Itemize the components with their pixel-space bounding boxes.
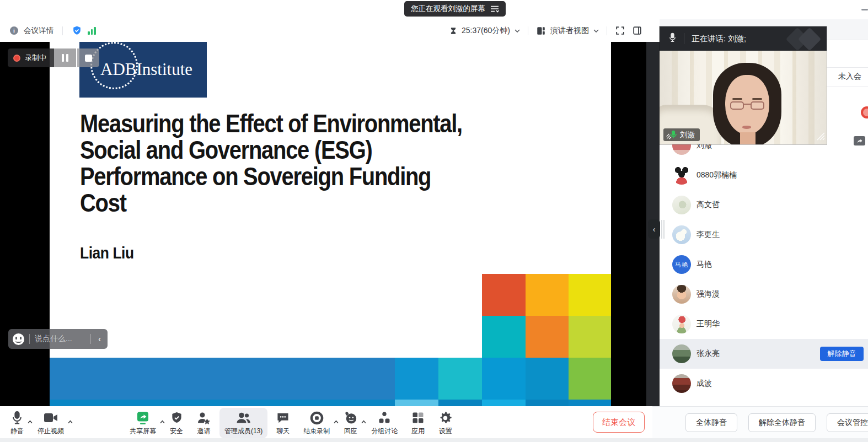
participant-row[interactable]: 马艳马艳	[660, 250, 868, 279]
collapse-chat-icon[interactable]: ‹	[96, 335, 103, 343]
quick-chat-bar[interactable]: 说点什么... ‹	[8, 329, 108, 349]
slide-title-line: Social and Governance (ESG)	[80, 137, 462, 163]
speaker-video-header: 正在讲话: 刘潋;	[660, 26, 827, 51]
toolbar-label: 静音	[10, 427, 24, 436]
record-status-icon	[861, 106, 868, 118]
toolbar-label: 设置	[439, 427, 452, 436]
chat-icon	[276, 411, 290, 425]
participant-row[interactable]: 张永亮解除静音	[660, 339, 868, 369]
resize-handle-icon[interactable]	[817, 132, 825, 143]
toolbar-label: 分组讨论	[371, 427, 398, 436]
collapse-panel-handle[interactable]: ‹	[648, 219, 660, 239]
meeting-control-button[interactable]: 会议管控	[827, 413, 868, 432]
window-bottom-edge	[0, 438, 868, 442]
screen-watch-banner[interactable]: 您正在观看刘潋的屏幕	[404, 1, 506, 17]
settings-icon	[438, 411, 452, 425]
chevron-down-icon[interactable]	[515, 29, 520, 33]
participant-row[interactable]: 强海漫	[660, 279, 868, 309]
shared-slide: ADBInstitute Measuring the Effect of Env…	[50, 42, 611, 406]
toolbar-camera-button[interactable]: 停止视频	[33, 408, 69, 438]
person-add-icon	[197, 411, 211, 425]
layout-view-icon	[536, 26, 546, 36]
list-menu-icon[interactable]	[490, 5, 499, 13]
participant-name: 成波	[696, 379, 712, 389]
minimize-icon[interactable]	[861, 9, 868, 10]
recording-label: 录制中	[25, 53, 46, 63]
speaking-now-label: 正在讲话: 刘潋;	[692, 34, 746, 44]
slide-title-line: Performance on Sovereign Funding	[80, 163, 462, 190]
chevron-down-icon[interactable]	[593, 29, 599, 33]
mosaic-tile	[482, 274, 526, 316]
toolbar-screen-share-button[interactable]: 共享屏幕	[125, 408, 161, 438]
speaker-mouth	[742, 126, 751, 129]
toolbar-apps-button[interactable]: 应用	[406, 408, 430, 438]
speaker-name-tag: 刘潋	[663, 128, 700, 141]
mosaic-tile	[482, 316, 526, 358]
people-icon	[236, 411, 251, 425]
participant-row[interactable]: 成波	[660, 369, 868, 398]
recording-indicator: 录制中	[8, 48, 99, 67]
mic-icon	[11, 411, 23, 425]
recording-status: 录制中	[8, 48, 54, 67]
network-signal-icon[interactable]	[88, 27, 96, 35]
unmute-button[interactable]: 解除静音	[820, 347, 864, 361]
sidebar-toggle-icon[interactable]	[632, 25, 642, 36]
toolbar-settings-button[interactable]: 设置	[433, 408, 457, 438]
speaker-name: 刘潋	[680, 130, 695, 140]
chevron-up-icon[interactable]	[67, 416, 73, 426]
participant-row[interactable]: 李更生	[660, 220, 868, 250]
avatar	[672, 285, 691, 304]
slide-author: Lian Liu	[80, 244, 134, 262]
chat-input[interactable]: 说点什么...	[35, 334, 85, 344]
mosaic-tile	[482, 358, 526, 400]
stop-recording-button[interactable]	[77, 48, 99, 67]
emoji-icon[interactable]	[13, 333, 24, 345]
stop-icon	[85, 55, 92, 62]
toolbar-chat-button[interactable]: 聊天	[271, 408, 294, 438]
toolbar-label: 管理成员(13)	[224, 427, 262, 436]
speaker-glasses	[730, 101, 764, 110]
toolbar-reaction-button[interactable]: 回应	[339, 408, 362, 438]
info-icon: i	[10, 26, 18, 35]
toolbar-label: 安全	[170, 427, 183, 436]
avatar: 马艳	[672, 255, 691, 274]
participant-row[interactable]: 王明华	[660, 309, 868, 339]
end-meeting-button[interactable]: 结束会议	[593, 412, 645, 433]
participant-row[interactable]: 0880郭楠楠	[660, 160, 868, 190]
mosaic-tile	[526, 316, 569, 358]
view-mode-selector[interactable]: 演讲者视图	[550, 26, 589, 36]
record-dot-icon	[13, 55, 20, 62]
panel-grip[interactable]	[661, 220, 662, 239]
participant-name: 高文哲	[696, 200, 720, 210]
shield-check-icon[interactable]	[72, 25, 82, 36]
mosaic-tile	[569, 400, 611, 406]
panel-grip[interactable]	[663, 220, 665, 239]
avatar	[672, 374, 691, 393]
toolbar-person-add-button[interactable]: 邀请	[192, 408, 216, 438]
fullscreen-icon[interactable]	[615, 25, 625, 36]
divider	[29, 334, 30, 344]
mosaic-tile	[526, 274, 569, 316]
meeting-details-link[interactable]: 会议详情	[24, 26, 53, 36]
toolbar-label: 结束录制	[303, 427, 330, 436]
toolbar-label: 邀请	[197, 427, 211, 436]
mosaic-tile	[526, 358, 569, 400]
avatar	[672, 166, 691, 185]
active-mic-icon	[666, 130, 677, 139]
speaker-video[interactable]: 正在讲话: 刘潋; 刘潋	[660, 26, 827, 144]
toolbar-breakout-button[interactable]: 分组讨论	[366, 408, 403, 438]
mosaic-tile	[438, 400, 482, 406]
participant-row[interactable]: 高文哲	[660, 190, 868, 220]
toolbar-label: 停止视频	[37, 427, 64, 436]
divider	[62, 26, 63, 35]
unmute-all-button[interactable]: 解除全体静音	[748, 413, 816, 432]
toolbar-shield-check-button[interactable]: 安全	[165, 408, 188, 438]
slide-title: Measuring the Effect of Environmental,So…	[80, 110, 529, 216]
mute-all-button[interactable]: 全体静音	[685, 413, 737, 432]
mosaic-tile	[395, 358, 438, 400]
toolbar-stop-record-button[interactable]: 结束录制	[298, 408, 335, 438]
toolbar-people-button[interactable]: 管理成员(13)	[219, 408, 267, 438]
pause-recording-button[interactable]	[54, 48, 76, 67]
divider	[607, 26, 607, 35]
toolbar-mic-button[interactable]: 静音	[6, 408, 29, 438]
